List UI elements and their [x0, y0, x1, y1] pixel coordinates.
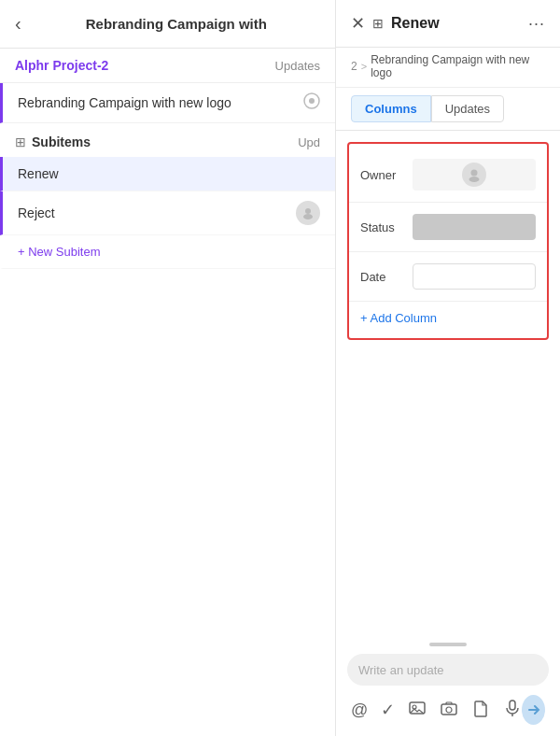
tab-updates[interactable]: Updates	[431, 95, 504, 122]
svg-point-3	[303, 214, 313, 219]
svg-point-4	[471, 170, 478, 177]
page-title: Rebranding Campaign with	[33, 16, 320, 32]
update-placeholder: Write an update	[358, 663, 444, 677]
status-label: Status	[360, 220, 405, 234]
divider-2	[349, 251, 547, 252]
new-subitem-row[interactable]: + New Subitem	[0, 235, 335, 269]
status-value[interactable]	[413, 214, 536, 240]
svg-rect-10	[510, 701, 515, 710]
owner-field-row: Owner	[349, 151, 547, 198]
back-button[interactable]: ‹	[15, 13, 21, 35]
owner-avatar	[462, 163, 486, 187]
updates-label: Updates	[275, 59, 320, 73]
fields-box: Owner Status Date + Add Column	[347, 142, 549, 340]
add-column-button[interactable]: + Add Column	[349, 305, 547, 331]
divider-3	[349, 301, 547, 302]
left-header: ‹ Rebranding Campaign with	[0, 0, 335, 49]
right-header-left: ✕ ⊞ Renew	[351, 13, 440, 34]
left-panel: ‹ Rebranding Campaign with Alphr Project…	[0, 0, 336, 736]
toolbar-row: @ ✓	[347, 695, 549, 725]
image-icon[interactable]	[408, 699, 427, 722]
close-button[interactable]: ✕	[351, 13, 365, 34]
file-icon[interactable]	[471, 699, 490, 722]
subitem-avatar-reject	[296, 201, 320, 225]
bottom-area: Write an update @ ✓	[336, 631, 560, 736]
right-header: ✕ ⊞ Renew ···	[336, 0, 560, 48]
new-subitem-button[interactable]: + New Subitem	[18, 245, 101, 259]
tab-columns[interactable]: Columns	[351, 95, 431, 122]
subitems-upd-label: Upd	[298, 135, 320, 149]
microphone-icon[interactable]	[503, 699, 522, 722]
owner-label: Owner	[360, 168, 405, 182]
svg-point-2	[305, 208, 311, 214]
status-field-row: Status	[349, 206, 547, 248]
svg-point-5	[469, 177, 480, 182]
breadcrumb-text: Rebranding Campaign with new logo	[371, 53, 545, 79]
subitem-row-renew[interactable]: Renew	[0, 157, 335, 191]
camera-icon[interactable]	[440, 699, 458, 722]
divider-1	[349, 202, 547, 203]
subitem-row-reject[interactable]: Reject	[0, 191, 335, 235]
check-icon[interactable]: ✓	[381, 700, 395, 720]
right-panel: ✕ ⊞ Renew ··· 2 > Rebranding Campaign wi…	[336, 0, 560, 736]
tabs-row: Columns Updates	[336, 88, 560, 131]
subitems-icon: ⊞	[15, 134, 26, 149]
update-input-bar[interactable]: Write an update	[347, 654, 549, 686]
chat-icon[interactable]	[303, 92, 320, 113]
date-label: Date	[360, 270, 405, 284]
project-row: Alphr Project-2 Updates	[0, 49, 335, 83]
breadcrumb: 2 > Rebranding Campaign with new logo	[336, 48, 560, 88]
breadcrumb-number: 2	[351, 60, 357, 73]
subitems-title-wrap: ⊞ Subitems	[15, 134, 91, 149]
renew-icon: ⊞	[372, 16, 384, 31]
project-name[interactable]: Alphr Project-2	[15, 58, 108, 73]
owner-value[interactable]	[413, 159, 536, 191]
more-button[interactable]: ···	[528, 14, 545, 34]
toolbar-icons: @ ✓	[351, 699, 522, 722]
panel-title: Renew	[391, 15, 440, 32]
svg-point-1	[309, 98, 315, 104]
svg-point-9	[446, 707, 452, 713]
subitem-name-renew: Renew	[18, 166, 320, 181]
task-row[interactable]: Rebranding Campaign with new logo	[0, 83, 335, 123]
drag-handle	[429, 643, 467, 646]
task-name: Rebranding Campaign with new logo	[18, 95, 231, 110]
subitems-title: Subitems	[32, 134, 91, 149]
date-field-row: Date	[349, 256, 547, 297]
at-icon[interactable]: @	[351, 701, 368, 720]
subitem-name-reject: Reject	[18, 205, 296, 220]
send-button[interactable]	[522, 695, 545, 725]
subitems-header: ⊞ Subitems Upd	[0, 123, 335, 157]
breadcrumb-arrow-icon: >	[361, 61, 367, 72]
date-value[interactable]	[413, 263, 536, 290]
